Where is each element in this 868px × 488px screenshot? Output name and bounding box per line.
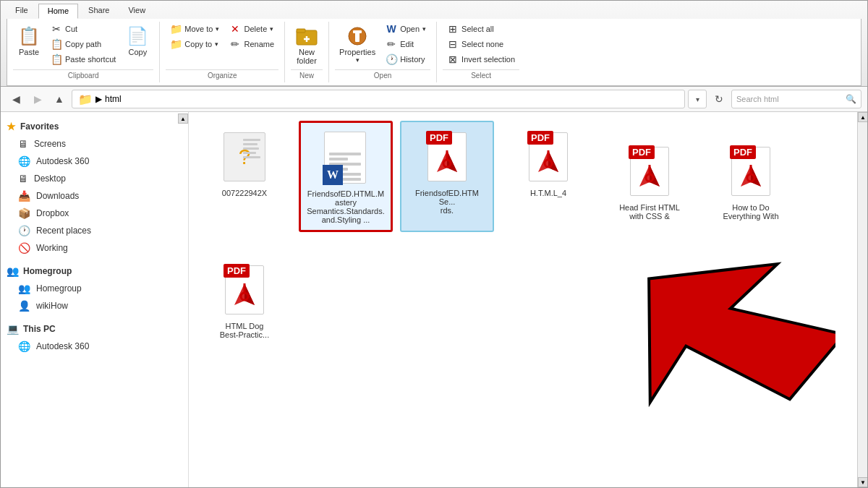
- organize-small-group: 📁 Move to ▾ 📁 Copy to ▾: [166, 22, 224, 51]
- sidebar-thispc-header[interactable]: 💻 This PC: [1, 320, 188, 338]
- file-item-howtodo[interactable]: PDF How to DoEverything Wi: [704, 135, 798, 232]
- sidebar-favorites-header[interactable]: ★ Favorites: [1, 118, 188, 135]
- scroll-down-btn[interactable]: ▼: [858, 477, 867, 487]
- invert-selection-button[interactable]: ⊠ Invert selection: [443, 52, 519, 67]
- address-path[interactable]: 📁 ▶ html: [72, 90, 685, 108]
- favorites-label: Favorites: [20, 121, 59, 132]
- sidebar-item-dropbox[interactable]: 📦 Dropbox: [1, 205, 188, 222]
- pdf-badge-1: PDF: [426, 131, 452, 145]
- sidebar-item-recent[interactable]: 🕐 Recent places: [1, 222, 188, 239]
- favorites-star-icon: ★: [7, 121, 16, 132]
- pdf-badge-2: PDF: [527, 131, 553, 145]
- sidebar-item-desktop[interactable]: 🖥 Desktop: [1, 170, 188, 187]
- scroll-up-btn[interactable]: ▲: [858, 112, 867, 122]
- tab-home[interactable]: Home: [38, 4, 78, 19]
- clipboard-label: Clipboard: [13, 69, 153, 80]
- open-items: Properties ▾ W Open ▾ ✏ Edit: [335, 22, 430, 68]
- sidebar-item-homegroup[interactable]: 👥 Homegroup: [1, 280, 188, 297]
- file-label-headfirst: Head First HTMLwith CSS &: [619, 203, 680, 221]
- sidebar-scroll-up[interactable]: ▲: [178, 114, 188, 124]
- address-bar: ◀ ▶ ▲ 📁 ▶ html ▾ ↻ Search html 🔍: [1, 87, 867, 112]
- path-text: html: [105, 94, 122, 104]
- tab-view[interactable]: View: [119, 4, 154, 19]
- forward-button[interactable]: ▶: [28, 90, 47, 108]
- copy-button[interactable]: 📄 Copy: [122, 22, 153, 59]
- open-label: Open: [335, 69, 430, 80]
- select-group: ⊞ Select all ⊟ Select none ⊠ Invert sele…: [437, 22, 525, 82]
- copy-icon: 📄: [126, 25, 149, 48]
- copy-to-button[interactable]: 📁 Copy to ▾: [166, 37, 224, 51]
- sidebar-item-wikihow[interactable]: 👤 wikiHow: [1, 297, 188, 314]
- rename-button[interactable]: ✏ Rename: [225, 37, 278, 51]
- open-button[interactable]: W Open ▾: [381, 22, 430, 36]
- sidebar-divider-1: [1, 257, 188, 262]
- address-dropdown[interactable]: ▾: [688, 90, 707, 108]
- search-placeholder: Search html: [736, 95, 843, 103]
- back-button[interactable]: ◀: [7, 90, 25, 108]
- clipboard-group: 📋 Paste ✂ Cut 📋 Copy path: [7, 22, 160, 82]
- new-group: Newfolder New: [285, 22, 329, 82]
- pdf-badge-4: PDF: [730, 145, 756, 159]
- file-item-friendsofed[interactable]: W FriendsofED.HTML.Mastery Semantics.Sta…: [299, 121, 393, 232]
- tab-share[interactable]: Share: [80, 4, 118, 19]
- up-button[interactable]: ▲: [50, 90, 69, 108]
- sidebar-homegroup-header[interactable]: 👥 Homegroup: [1, 262, 188, 280]
- file-item-htmldog[interactable]: PDF HTML DogBest-Practic..: [197, 254, 292, 346]
- file-item-headfirst[interactable]: PDF Head First HTMLwith CS: [603, 135, 697, 232]
- file-item-007[interactable]: ? 007222942X: [197, 121, 292, 232]
- organize-group: 📁 Move to ▾ 📁 Copy to ▾ ✕: [160, 22, 285, 82]
- move-to-button[interactable]: 📁 Move to ▾: [166, 22, 224, 36]
- clipboard-items: 📋 Paste ✂ Cut 📋 Copy path: [13, 22, 153, 68]
- pdf-badge-5: PDF: [224, 264, 250, 278]
- properties-button[interactable]: Properties ▾: [335, 22, 380, 67]
- new-folder-label: Newfolder: [297, 48, 317, 65]
- paste-button[interactable]: 📋 Paste: [13, 22, 45, 59]
- sidebar-item-working[interactable]: 🚫 Working: [1, 239, 188, 257]
- file-icon-htmldog: PDF: [218, 261, 271, 319]
- properties-label: Properties: [339, 48, 375, 56]
- file-label-friendsofed: FriendsofED.HTML.Mastery Semantics.Stand…: [305, 189, 386, 224]
- select-label: Select: [443, 69, 519, 80]
- file-item-pdf-friendsofed[interactable]: PDF FriendsofED.HTMSe...rd: [400, 121, 494, 232]
- delete-arrow: ▾: [270, 25, 273, 33]
- tab-file[interactable]: File: [7, 4, 37, 19]
- edit-button[interactable]: ✏ Edit: [381, 37, 430, 51]
- svg-rect-6: [353, 30, 362, 33]
- new-folder-button[interactable]: Newfolder: [291, 22, 323, 68]
- file-grid: ? 007222942X: [195, 118, 851, 349]
- homegroup-item-icon: 👥: [18, 283, 30, 294]
- file-icon-pdf1: PDF: [421, 128, 473, 186]
- thispc-icon: 💻: [7, 323, 19, 335]
- history-button[interactable]: 🕐 History: [381, 52, 430, 67]
- word-doc-shape: W: [323, 130, 369, 185]
- refresh-button[interactable]: ↻: [710, 90, 728, 108]
- ribbon-tabs: File Home Share View: [7, 4, 861, 19]
- file-icon-007: ?: [218, 128, 271, 186]
- paste-shortcut-button[interactable]: 📋 Paste shortcut: [46, 52, 120, 67]
- pdf-acrobat-4: [738, 162, 764, 194]
- sidebar-item-autodesk[interactable]: 🌐 Autodesk 360: [1, 153, 188, 170]
- select-none-button[interactable]: ⊟ Select none: [443, 37, 519, 51]
- sidebar-item-downloads[interactable]: 📥 Downloads: [1, 187, 188, 205]
- organize-small-group2: ✕ Delete ▾ ✏ Rename: [225, 22, 278, 51]
- ribbon-content: 📋 Paste ✂ Cut 📋 Copy path: [7, 19, 861, 86]
- open-small-group: W Open ▾ ✏ Edit 🕐 History: [381, 22, 430, 67]
- new-items: Newfolder: [291, 22, 323, 68]
- select-all-button[interactable]: ⊞ Select all: [443, 22, 519, 36]
- cut-button[interactable]: ✂ Cut: [46, 22, 120, 36]
- file-icon-friendsofed: W: [320, 129, 372, 187]
- wikihow-icon: 👤: [18, 300, 30, 312]
- file-label-pdf1: FriendsofED.HTMSe...rds.: [415, 189, 479, 215]
- delete-button[interactable]: ✕ Delete ▾: [225, 22, 278, 36]
- svg-rect-5: [355, 32, 359, 42]
- copy-path-button[interactable]: 📋 Copy path: [46, 37, 120, 51]
- sidebar-item-screens[interactable]: 🖥 Screens: [1, 135, 188, 153]
- explorer-window: File Home Share View 📋 Paste ✂: [0, 0, 868, 488]
- search-box[interactable]: Search html 🔍: [731, 90, 861, 108]
- copy-path-icon: 📋: [51, 38, 62, 50]
- sidebar-item-autodesk-pc[interactable]: 🌐 Autodesk 360: [1, 338, 188, 355]
- file-item-html4[interactable]: PDF H.T.M.L_4: [501, 121, 595, 232]
- select-none-icon: ⊟: [447, 38, 459, 50]
- folder-icon: 📁: [78, 93, 93, 106]
- pdf-shape-3: PDF: [629, 145, 671, 197]
